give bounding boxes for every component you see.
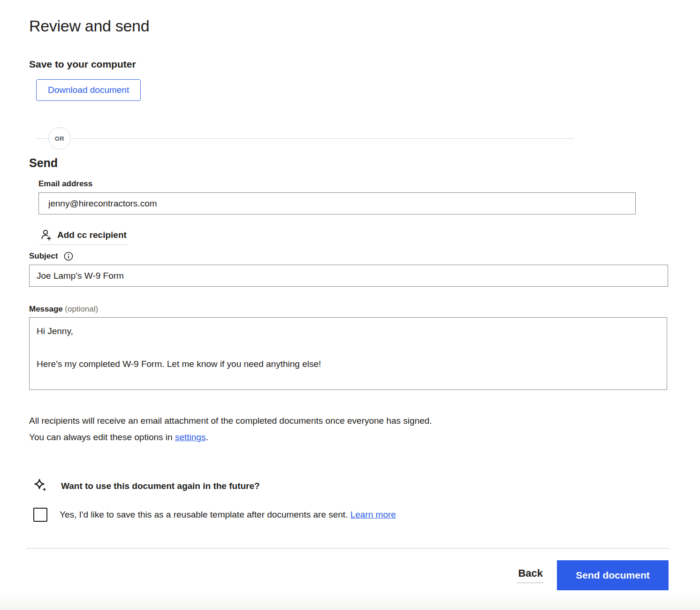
recipients-note-text: All recipients will receive an email att…	[29, 416, 432, 442]
recipients-note: All recipients will receive an email att…	[29, 412, 447, 445]
review-and-send-page: Review and send Save to your computer Do…	[0, 0, 700, 610]
or-divider: OR	[35, 127, 700, 150]
download-document-button[interactable]: Download document	[36, 79, 141, 101]
save-section-heading: Save to your computer	[29, 59, 700, 70]
template-checkbox-row: Yes, I'd like to save this as a reusable…	[29, 508, 700, 522]
save-template-checkbox[interactable]	[33, 508, 47, 522]
message-textarea[interactable]: Hi Jenny, Here's my completed W-9 Form. …	[29, 317, 667, 390]
person-plus-icon	[39, 229, 52, 241]
save-template-checkbox-text: Yes, I'd like to save this as a reusable…	[60, 510, 350, 519]
subject-label-row: Subject	[29, 252, 700, 261]
send-section-heading: Send	[29, 156, 700, 170]
page-title: Review and send	[29, 17, 700, 35]
page-bottom-fade	[0, 593, 700, 610]
email-label: Email address	[38, 179, 700, 189]
footer-divider	[26, 548, 669, 549]
template-question-text: Want to use this document again in the f…	[61, 481, 260, 491]
subject-info-icon[interactable]	[64, 252, 73, 261]
send-section: Send Email address Add cc recipient	[29, 156, 700, 445]
save-section: Save to your computer Download document	[29, 59, 700, 101]
recipients-note-suffix: .	[205, 432, 208, 442]
subject-input[interactable]	[29, 265, 668, 287]
subject-label: Subject	[29, 252, 58, 261]
send-document-button[interactable]: Send document	[557, 560, 669, 590]
settings-link[interactable]: settings	[175, 432, 205, 442]
or-divider-line-left	[35, 138, 48, 139]
back-button[interactable]: Back	[517, 567, 544, 583]
sparkle-plus-icon	[33, 478, 48, 494]
add-cc-recipient-label: Add cc recipient	[57, 230, 127, 240]
save-template-checkbox-label: Yes, I'd like to save this as a reusable…	[60, 510, 396, 520]
or-divider-badge: OR	[48, 127, 71, 150]
footer-actions: Back Send document	[29, 560, 669, 590]
or-divider-line-right	[71, 138, 574, 139]
template-question-row: Want to use this document again in the f…	[29, 478, 700, 494]
message-label-row: Message (optional)	[29, 305, 700, 314]
message-label: Message	[29, 305, 63, 313]
learn-more-link[interactable]: Learn more	[350, 510, 396, 519]
email-field-group: Email address Add cc recipient	[38, 179, 700, 245]
save-template-section: Want to use this document again in the f…	[29, 478, 700, 522]
add-cc-recipient-button[interactable]: Add cc recipient	[39, 229, 128, 245]
email-input[interactable]	[38, 192, 636, 214]
message-optional-hint: (optional)	[65, 305, 98, 313]
